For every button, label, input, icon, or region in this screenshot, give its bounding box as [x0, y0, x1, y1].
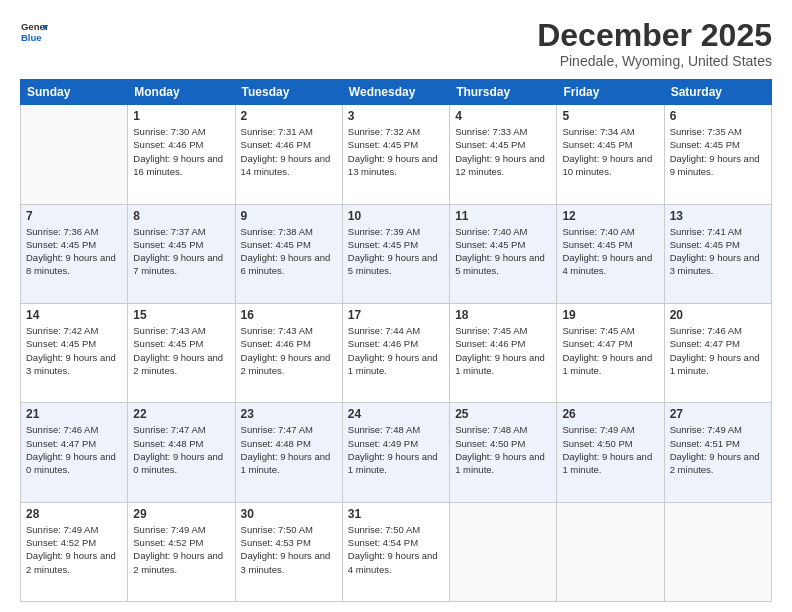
day-info: Sunrise: 7:34 AMSunset: 4:45 PMDaylight:…	[562, 125, 658, 178]
table-row: 17Sunrise: 7:44 AMSunset: 4:46 PMDayligh…	[342, 303, 449, 402]
table-row: 22Sunrise: 7:47 AMSunset: 4:48 PMDayligh…	[128, 403, 235, 502]
day-number: 2	[241, 109, 337, 123]
table-row: 13Sunrise: 7:41 AMSunset: 4:45 PMDayligh…	[664, 204, 771, 303]
day-info: Sunrise: 7:38 AMSunset: 4:45 PMDaylight:…	[241, 225, 337, 278]
day-info: Sunrise: 7:47 AMSunset: 4:48 PMDaylight:…	[133, 423, 229, 476]
table-row: 18Sunrise: 7:45 AMSunset: 4:46 PMDayligh…	[450, 303, 557, 402]
day-number: 14	[26, 308, 122, 322]
day-number: 1	[133, 109, 229, 123]
day-info: Sunrise: 7:40 AMSunset: 4:45 PMDaylight:…	[562, 225, 658, 278]
day-info: Sunrise: 7:49 AMSunset: 4:51 PMDaylight:…	[670, 423, 766, 476]
calendar-row-4: 28Sunrise: 7:49 AMSunset: 4:52 PMDayligh…	[21, 502, 772, 601]
day-number: 28	[26, 507, 122, 521]
header: General Blue December 2025 Pinedale, Wyo…	[20, 18, 772, 69]
day-info: Sunrise: 7:32 AMSunset: 4:45 PMDaylight:…	[348, 125, 444, 178]
day-number: 30	[241, 507, 337, 521]
day-info: Sunrise: 7:42 AMSunset: 4:45 PMDaylight:…	[26, 324, 122, 377]
day-number: 18	[455, 308, 551, 322]
table-row: 25Sunrise: 7:48 AMSunset: 4:50 PMDayligh…	[450, 403, 557, 502]
calendar-row-0: 1Sunrise: 7:30 AMSunset: 4:46 PMDaylight…	[21, 105, 772, 204]
logo: General Blue	[20, 18, 48, 46]
table-row: 29Sunrise: 7:49 AMSunset: 4:52 PMDayligh…	[128, 502, 235, 601]
calendar-table: Sunday Monday Tuesday Wednesday Thursday…	[20, 79, 772, 602]
svg-text:Blue: Blue	[21, 32, 42, 43]
day-number: 26	[562, 407, 658, 421]
day-info: Sunrise: 7:47 AMSunset: 4:48 PMDaylight:…	[241, 423, 337, 476]
day-number: 8	[133, 209, 229, 223]
header-sunday: Sunday	[21, 80, 128, 105]
day-info: Sunrise: 7:46 AMSunset: 4:47 PMDaylight:…	[670, 324, 766, 377]
table-row: 5Sunrise: 7:34 AMSunset: 4:45 PMDaylight…	[557, 105, 664, 204]
day-number: 13	[670, 209, 766, 223]
table-row: 28Sunrise: 7:49 AMSunset: 4:52 PMDayligh…	[21, 502, 128, 601]
table-row: 9Sunrise: 7:38 AMSunset: 4:45 PMDaylight…	[235, 204, 342, 303]
day-number: 3	[348, 109, 444, 123]
day-info: Sunrise: 7:44 AMSunset: 4:46 PMDaylight:…	[348, 324, 444, 377]
table-row: 14Sunrise: 7:42 AMSunset: 4:45 PMDayligh…	[21, 303, 128, 402]
day-info: Sunrise: 7:43 AMSunset: 4:46 PMDaylight:…	[241, 324, 337, 377]
day-info: Sunrise: 7:45 AMSunset: 4:46 PMDaylight:…	[455, 324, 551, 377]
table-row: 7Sunrise: 7:36 AMSunset: 4:45 PMDaylight…	[21, 204, 128, 303]
day-info: Sunrise: 7:46 AMSunset: 4:47 PMDaylight:…	[26, 423, 122, 476]
table-row: 24Sunrise: 7:48 AMSunset: 4:49 PMDayligh…	[342, 403, 449, 502]
day-number: 9	[241, 209, 337, 223]
day-number: 15	[133, 308, 229, 322]
table-row: 19Sunrise: 7:45 AMSunset: 4:47 PMDayligh…	[557, 303, 664, 402]
table-row: 16Sunrise: 7:43 AMSunset: 4:46 PMDayligh…	[235, 303, 342, 402]
calendar-row-3: 21Sunrise: 7:46 AMSunset: 4:47 PMDayligh…	[21, 403, 772, 502]
logo-icon: General Blue	[20, 18, 48, 46]
day-info: Sunrise: 7:39 AMSunset: 4:45 PMDaylight:…	[348, 225, 444, 278]
day-info: Sunrise: 7:49 AMSunset: 4:52 PMDaylight:…	[133, 523, 229, 576]
table-row: 27Sunrise: 7:49 AMSunset: 4:51 PMDayligh…	[664, 403, 771, 502]
day-number: 20	[670, 308, 766, 322]
table-row: 8Sunrise: 7:37 AMSunset: 4:45 PMDaylight…	[128, 204, 235, 303]
table-row	[664, 502, 771, 601]
day-info: Sunrise: 7:37 AMSunset: 4:45 PMDaylight:…	[133, 225, 229, 278]
table-row	[21, 105, 128, 204]
header-tuesday: Tuesday	[235, 80, 342, 105]
day-info: Sunrise: 7:50 AMSunset: 4:54 PMDaylight:…	[348, 523, 444, 576]
day-info: Sunrise: 7:41 AMSunset: 4:45 PMDaylight:…	[670, 225, 766, 278]
day-number: 24	[348, 407, 444, 421]
day-info: Sunrise: 7:48 AMSunset: 4:50 PMDaylight:…	[455, 423, 551, 476]
table-row: 12Sunrise: 7:40 AMSunset: 4:45 PMDayligh…	[557, 204, 664, 303]
day-number: 5	[562, 109, 658, 123]
table-row: 10Sunrise: 7:39 AMSunset: 4:45 PMDayligh…	[342, 204, 449, 303]
day-number: 16	[241, 308, 337, 322]
table-row: 31Sunrise: 7:50 AMSunset: 4:54 PMDayligh…	[342, 502, 449, 601]
day-number: 29	[133, 507, 229, 521]
day-info: Sunrise: 7:30 AMSunset: 4:46 PMDaylight:…	[133, 125, 229, 178]
day-info: Sunrise: 7:49 AMSunset: 4:50 PMDaylight:…	[562, 423, 658, 476]
table-row: 23Sunrise: 7:47 AMSunset: 4:48 PMDayligh…	[235, 403, 342, 502]
page: General Blue December 2025 Pinedale, Wyo…	[0, 0, 792, 612]
day-info: Sunrise: 7:31 AMSunset: 4:46 PMDaylight:…	[241, 125, 337, 178]
table-row: 15Sunrise: 7:43 AMSunset: 4:45 PMDayligh…	[128, 303, 235, 402]
day-number: 21	[26, 407, 122, 421]
day-info: Sunrise: 7:43 AMSunset: 4:45 PMDaylight:…	[133, 324, 229, 377]
table-row: 26Sunrise: 7:49 AMSunset: 4:50 PMDayligh…	[557, 403, 664, 502]
header-thursday: Thursday	[450, 80, 557, 105]
calendar-row-1: 7Sunrise: 7:36 AMSunset: 4:45 PMDaylight…	[21, 204, 772, 303]
header-friday: Friday	[557, 80, 664, 105]
table-row: 1Sunrise: 7:30 AMSunset: 4:46 PMDaylight…	[128, 105, 235, 204]
table-row: 11Sunrise: 7:40 AMSunset: 4:45 PMDayligh…	[450, 204, 557, 303]
day-info: Sunrise: 7:50 AMSunset: 4:53 PMDaylight:…	[241, 523, 337, 576]
day-number: 12	[562, 209, 658, 223]
title-block: December 2025 Pinedale, Wyoming, United …	[537, 18, 772, 69]
table-row: 30Sunrise: 7:50 AMSunset: 4:53 PMDayligh…	[235, 502, 342, 601]
day-number: 19	[562, 308, 658, 322]
table-row: 20Sunrise: 7:46 AMSunset: 4:47 PMDayligh…	[664, 303, 771, 402]
day-info: Sunrise: 7:45 AMSunset: 4:47 PMDaylight:…	[562, 324, 658, 377]
day-number: 31	[348, 507, 444, 521]
header-saturday: Saturday	[664, 80, 771, 105]
calendar-row-2: 14Sunrise: 7:42 AMSunset: 4:45 PMDayligh…	[21, 303, 772, 402]
day-number: 10	[348, 209, 444, 223]
calendar-header-row: Sunday Monday Tuesday Wednesday Thursday…	[21, 80, 772, 105]
day-number: 7	[26, 209, 122, 223]
day-info: Sunrise: 7:40 AMSunset: 4:45 PMDaylight:…	[455, 225, 551, 278]
table-row: 4Sunrise: 7:33 AMSunset: 4:45 PMDaylight…	[450, 105, 557, 204]
day-number: 22	[133, 407, 229, 421]
day-number: 6	[670, 109, 766, 123]
table-row: 21Sunrise: 7:46 AMSunset: 4:47 PMDayligh…	[21, 403, 128, 502]
day-number: 4	[455, 109, 551, 123]
